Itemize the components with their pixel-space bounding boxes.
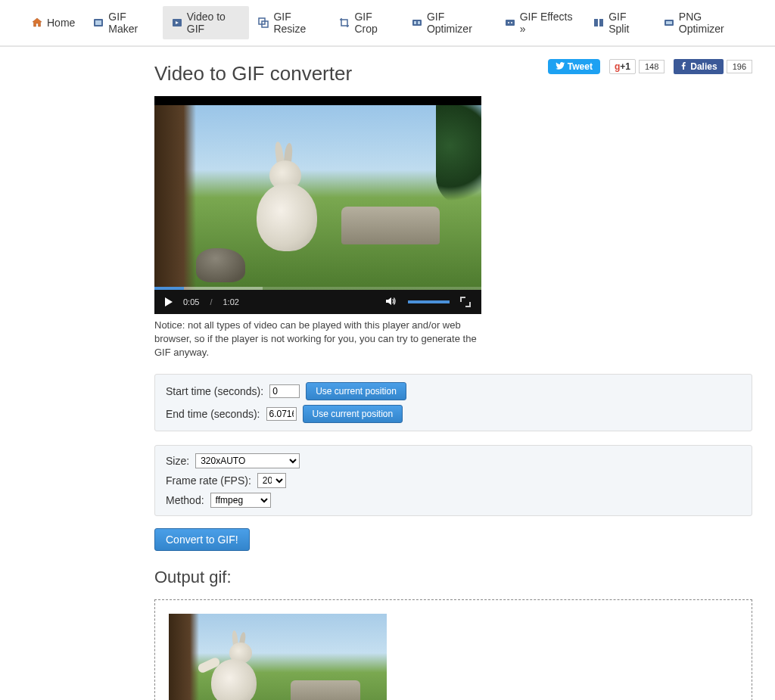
film-icon [93,17,104,28]
gplus-icon: g [615,61,620,72]
end-time-label: End time (seconds): [166,408,260,420]
nav-home-label: Home [47,17,75,29]
fb-label: Dalies [690,61,717,72]
nav-gif-optimizer[interactable]: GIF Optimizer [403,6,496,39]
nav-gif-effects[interactable]: GIF Effects » [496,6,585,39]
output-box: File size: 3.67M, width: 320px, height: … [154,599,752,700]
end-time-input[interactable] [266,407,297,421]
home-icon [32,17,42,28]
tweet-button[interactable]: Tweet [548,59,600,74]
fps-label: Frame rate (FPS): [166,474,251,487]
player-controls: 0:05 / 1:02 [154,290,481,314]
nav-gif-split-label: GIF Split [608,11,646,35]
volume-slider[interactable] [408,300,450,303]
gplus-block: g+1 148 [609,59,665,74]
nav-gif-split[interactable]: GIF Split [584,6,655,39]
output-gif-preview [169,614,387,700]
video-frame [154,105,481,290]
optimize-icon [412,17,422,28]
gplus-label: +1 [620,61,630,72]
split-icon [593,17,604,28]
use-current-end-button[interactable]: Use current position [303,405,403,423]
time-separator: / [210,297,212,306]
nav-gif-maker[interactable]: GIF Maker [84,6,162,39]
fb-block: Dalies 196 [674,59,752,74]
main-content: Tweet g+1 148 Dalies 196 Video to GIF co… [0,47,775,700]
tweet-label: Tweet [568,61,593,72]
nav-gif-effects-label: GIF Effects » [520,11,576,35]
nav-gif-crop[interactable]: GIF Crop [330,6,403,39]
use-current-start-button[interactable]: Use current position [306,382,406,400]
method-label: Method: [166,494,204,506]
start-time-input[interactable] [269,384,300,398]
nav-video-to-gif[interactable]: Video to GIF [163,6,250,39]
navbar: Home GIF Maker Video to GIF GIF Resize G… [0,0,775,47]
start-time-label: Start time (seconds): [166,385,263,397]
svg-rect-14 [666,21,672,24]
svg-rect-12 [599,19,603,26]
size-label: Size: [166,455,189,467]
png-icon [664,17,674,28]
fullscreen-button[interactable] [460,297,471,307]
svg-rect-7 [418,21,420,24]
volume-button[interactable] [385,296,397,309]
svg-rect-1 [95,20,101,25]
video-player[interactable]: 0:05 / 1:02 [154,96,481,314]
gplus-count: 148 [639,60,665,73]
svg-rect-6 [414,21,416,24]
social-buttons: Tweet g+1 148 Dalies 196 [548,59,752,74]
facebook-icon [680,61,687,72]
size-select[interactable]: 320xAUTO [195,453,300,468]
play-button[interactable] [165,297,173,306]
svg-point-10 [511,22,512,23]
nav-gif-resize-label: GIF Resize [273,11,321,35]
nav-gif-optimizer-label: GIF Optimizer [427,11,487,35]
svg-rect-5 [412,20,422,26]
svg-rect-8 [506,20,515,26]
twitter-icon [556,61,565,72]
nav-gif-crop-label: GIF Crop [354,11,394,35]
fb-count: 196 [727,60,752,73]
crop-icon [339,17,350,28]
nav-home[interactable]: Home [23,6,84,39]
effects-icon [505,17,515,28]
fps-select[interactable]: 20 [257,473,286,488]
current-time: 0:05 [183,297,199,306]
nav-gif-resize[interactable]: GIF Resize [249,6,330,39]
resize-icon [258,17,269,28]
gplus-button[interactable]: g+1 [609,59,636,74]
duration: 1:02 [223,297,238,306]
nav-gif-maker-label: GIF Maker [108,11,153,35]
nav-video-to-gif-label: Video to GIF [187,11,241,35]
fb-share-button[interactable]: Dalies [674,59,723,74]
video-icon [172,17,182,28]
nav-png-optimizer[interactable]: PNG Optimizer [655,6,752,39]
player-notice: Notice: not all types of video can be pl… [154,319,481,360]
svg-point-9 [508,22,509,23]
svg-rect-11 [594,19,598,26]
options-panel: Size: 320xAUTO Frame rate (FPS): 20 Meth… [154,445,752,516]
method-select[interactable]: ffmpeg [210,493,271,508]
output-title: Output gif: [154,568,752,587]
nav-png-optimizer-label: PNG Optimizer [679,11,743,35]
time-panel: Start time (seconds): Use current positi… [154,374,752,431]
convert-button[interactable]: Convert to GIF! [154,528,250,551]
